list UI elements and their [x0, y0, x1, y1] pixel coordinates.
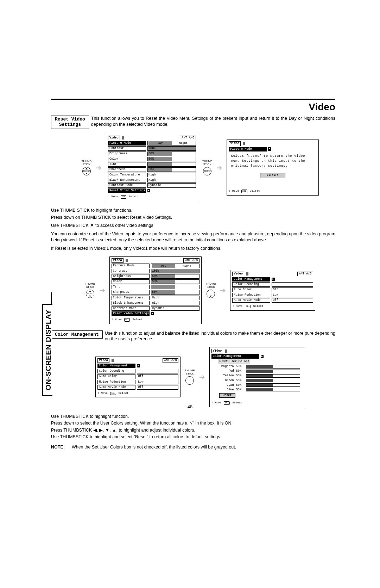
page-number: 48 [0, 404, 380, 409]
color-row[interactable]: Red50% [218, 369, 300, 373]
osd-video-menu-1: VideoANT A/BPicture ModeDayNightContrast… [106, 134, 198, 201]
reset-label-line1: Reset Video [55, 117, 85, 122]
thumbstick-icon: THUMB STICK [82, 160, 91, 175]
reset-button[interactable]: Reset [260, 173, 285, 178]
thumbstick-down-icon [207, 290, 215, 298]
color-instructions: Use THUMBSTICK to highlight function. Pr… [51, 414, 335, 440]
note-row: NOTE: When the Set User Colors box is no… [51, 445, 335, 450]
color-row[interactable]: Blue50% [218, 388, 300, 392]
osd-color-mgmt-menu-2: VideoANT A/BColor Management▶Color Decod… [95, 357, 180, 397]
content-area: Video Reset Video Settings This function… [51, 99, 335, 450]
reset-section-desc: This function allows you to Reset the Vi… [91, 116, 335, 128]
set-user-colors-checkbox[interactable]: ☑ Set User Colors [218, 359, 251, 364]
arrow-right-icon: ➔ [99, 287, 105, 294]
color-row[interactable]: Green50% [218, 379, 300, 383]
user-colors-panel: ☑ Set User Colors Magenta50%Red50%Yellow… [218, 359, 300, 397]
note-label: NOTE: [51, 445, 65, 450]
osd-color-mgmt-menu-1: VideoANT A/BColor Management▶Color Decod… [230, 270, 315, 311]
page-title: Video [51, 101, 335, 113]
note-text: When the Set User Colors box is not chec… [72, 445, 236, 450]
instruction-line: Use THUMB STICK to highlight functions. [51, 208, 335, 214]
color-row[interactable]: Yellow50% [218, 374, 300, 378]
instruction-line: You can customize each of the Video Inpu… [51, 231, 335, 243]
instruction-line: Press THUMBSTICK ◀, ▶, ▼, ▲, to highligh… [51, 427, 335, 434]
osd-title: Video [211, 349, 223, 353]
side-tab-label: ON-SCREEN DISPLAY [42, 304, 52, 396]
color-row[interactable]: Cyan50% [218, 383, 300, 387]
color-row[interactable]: Magenta50% [218, 365, 300, 369]
cursor-icon [225, 349, 227, 353]
top-rule [51, 99, 335, 100]
reset-message: Select "Reset" to Return the Video menu … [229, 152, 317, 172]
osd-footer: ↕ Move SEL Select [229, 189, 317, 193]
reset-instructions: Use THUMB STICK to highlight functions. … [51, 208, 335, 252]
instruction-line: Use THUMBSTICK to highlight and select "… [51, 434, 335, 440]
reset-section-header: Reset Video Settings This function allow… [51, 116, 335, 129]
figure-row-2: THUMB STICK ➔ VideoANT A/BPicture ModeDa… [65, 256, 335, 324]
osd-set-user-colors: Video Color Management ▶ ☑ Set User Colo… [209, 347, 305, 407]
go-arrow-icon: ▶ [261, 355, 264, 358]
colors-reset-button[interactable]: Reset [219, 393, 235, 398]
osd-reset-confirmation: Video Picture Mode ▶ Select "Reset" to R… [227, 140, 319, 195]
arrow-right-icon: ➔ [199, 373, 205, 380]
thumbstick-circle-icon [185, 376, 194, 385]
color-mgmt-section-header: Color Management Use this function to ad… [51, 330, 335, 342]
color-mgmt-section-desc: Use this function to adjust and balance … [105, 330, 335, 342]
thumbstick-icon: THUMB STICK [85, 283, 95, 298]
cursor-icon [243, 142, 245, 145]
instruction-line: Use THUMBSTICK ▼ to access other video s… [51, 223, 335, 229]
figure-row-1: THUMB STICK ➔ VideoANT A/BPicture ModeDa… [65, 134, 335, 201]
arrow-right-icon: ➔ [216, 164, 222, 171]
instruction-line: Press down on THUMB STICK to select Rese… [51, 215, 335, 221]
document-page: Video Reset Video Settings This function… [0, 0, 380, 588]
reset-video-settings-label: Reset Video Settings [51, 116, 89, 129]
osd-item-color-management: Color Management [211, 354, 259, 359]
go-arrow-icon: ▶ [268, 147, 271, 150]
reset-label-line2: Settings [59, 122, 81, 127]
figure-row-3: VideoANT A/BColor Management▶Color Decod… [65, 347, 335, 407]
osd-item-picture-mode: Picture Mode [229, 147, 267, 151]
instruction-line: Press down to select the User Colors set… [51, 420, 335, 427]
osd-title: Video [229, 141, 241, 146]
thumbstick-select-icon [82, 167, 91, 175]
color-rows: Magenta50%Red50%Yellow50%Green50%Cyan50%… [218, 365, 300, 391]
thumbstick-icon: THUMB STICK [206, 283, 216, 298]
instruction-line: If Reset is selected in Video:1 mode, on… [51, 246, 335, 252]
thumbstick-icon: THUMB STICK [185, 369, 195, 385]
thumbstick-icon: THUMB STICK [202, 160, 212, 175]
osd-video-menu-2: VideoANT A/BPicture ModeDayNightContrast… [109, 256, 202, 324]
arrow-right-icon: ➔ [220, 287, 226, 294]
thumbstick-select-icon [86, 290, 94, 298]
color-management-label: Color Management [51, 330, 103, 339]
thumbstick-select-icon [203, 167, 211, 175]
arrow-right-icon: ➔ [96, 164, 102, 171]
instruction-line: Use THUMBSTICK to highlight function. [51, 414, 335, 420]
